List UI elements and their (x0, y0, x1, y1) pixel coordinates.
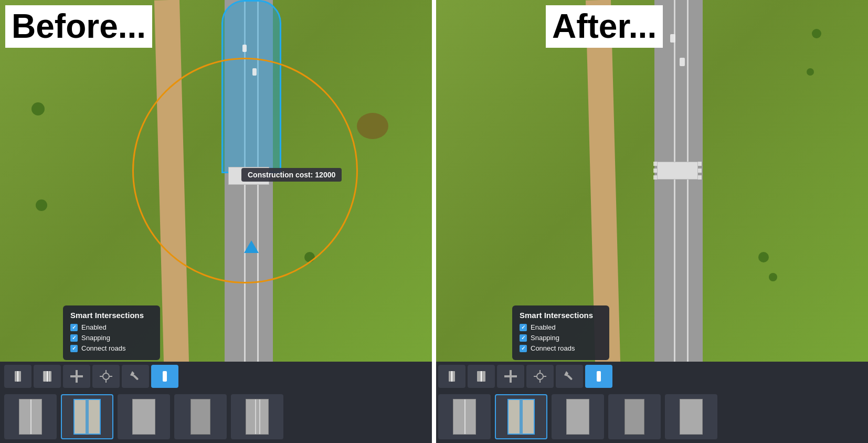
road-card-5[interactable] (231, 394, 283, 439)
toolbar-btn-r4[interactable] (526, 365, 554, 388)
road-card-r4[interactable] (608, 394, 661, 439)
toolbar-btn-options[interactable] (92, 365, 120, 388)
tree-r2 (807, 68, 814, 76)
smart-panel-right-row-snapping[interactable]: Snapping (520, 334, 602, 342)
checkbox-snapping-left[interactable] (70, 334, 78, 342)
smart-intersections-panel-left: Smart Intersections Enabled Snapping Con… (63, 305, 160, 360)
checkbox-connect-right[interactable] (520, 345, 527, 352)
toolbar-bottom-left (0, 362, 434, 443)
road-card-r2[interactable] (495, 394, 547, 439)
svg-rect-4 (45, 371, 45, 382)
car-r1 (670, 34, 675, 43)
panel-right: Smart Intersections Enabled Snapping Con… (434, 0, 868, 443)
toolbar-road-cards-right (434, 391, 868, 443)
toolbar-btn-road2[interactable] (34, 365, 61, 388)
checkbox-enabled-left[interactable] (70, 324, 78, 331)
road-card-r3[interactable] (552, 394, 604, 439)
smart-intersections-panel-right: Smart Intersections Enabled Snapping Con… (512, 305, 609, 360)
road-card-r1[interactable] (438, 394, 491, 439)
road-card-1-img (7, 398, 54, 435)
road-card-4[interactable] (174, 394, 227, 439)
label-before: Before... (5, 5, 152, 48)
toolbar-btn-intersection[interactable] (63, 365, 90, 388)
smart-panel-left-row-connect[interactable]: Connect roads (70, 344, 153, 352)
toolbar-btn-wrench[interactable] (122, 365, 149, 388)
svg-rect-1 (17, 371, 18, 382)
tree-r4 (769, 273, 777, 281)
road-card-3-img (120, 398, 167, 435)
svg-rect-26 (567, 374, 573, 380)
road-card-2-img (63, 398, 111, 435)
road-card-r5[interactable] (665, 394, 717, 439)
road-card-2[interactable] (61, 394, 113, 439)
road-direction-arrow (244, 240, 259, 253)
svg-rect-16 (451, 371, 452, 382)
tree-r3 (758, 252, 769, 262)
road-card-r2-img (497, 398, 545, 435)
smart-panel-right-title: Smart Intersections (520, 311, 602, 320)
smart-panel-right-row-connect[interactable]: Connect roads (520, 344, 602, 352)
road-card-4-img (177, 398, 224, 435)
smart-panel-left-row-enabled[interactable]: Enabled (70, 323, 153, 331)
toolbar-btn-r5[interactable] (556, 365, 583, 388)
construction-cost-tooltip: Construction cost: 12000 (241, 168, 342, 182)
toolbar-btn-r1[interactable] (438, 365, 465, 388)
tree-1 (31, 102, 45, 115)
toolbar-btn-road1[interactable] (4, 365, 31, 388)
dark-patch-1 (357, 113, 388, 139)
panel-divider (434, 0, 436, 443)
svg-rect-3 (47, 371, 48, 382)
road-card-1[interactable] (4, 394, 57, 439)
svg-rect-14 (163, 371, 167, 382)
svg-point-21 (537, 373, 543, 379)
label-connect-left: Connect roads (81, 344, 126, 352)
road-card-r4-img (611, 398, 658, 435)
toolbar-top-row-right (434, 362, 868, 391)
road-card-r3-img (554, 398, 601, 435)
car-r2 (680, 58, 685, 66)
svg-rect-20 (504, 375, 517, 377)
checkbox-enabled-right[interactable] (520, 324, 527, 331)
smart-panel-right-row-enabled[interactable]: Enabled (520, 323, 602, 331)
svg-rect-5 (49, 371, 50, 382)
tree-2 (36, 199, 47, 211)
checkbox-connect-left[interactable] (70, 345, 78, 352)
road-card-5-img (234, 398, 281, 435)
svg-rect-18 (481, 371, 482, 382)
toolbar-btn-active[interactable] (151, 365, 178, 388)
label-snapping-left: Snapping (81, 334, 110, 342)
svg-rect-7 (70, 375, 83, 377)
tree-r1 (812, 29, 821, 38)
toolbar-btn-r3[interactable] (497, 365, 524, 388)
label-after: After... (546, 5, 663, 48)
smart-panel-left-row-snapping[interactable]: Snapping (70, 334, 153, 342)
panel-left: Construction cost: 12000 Smart Intersect… (0, 0, 434, 443)
road-card-3[interactable] (118, 394, 170, 439)
road-connector-right (657, 162, 698, 180)
road-card-r1-img (441, 398, 488, 435)
label-enabled-right: Enabled (531, 323, 556, 331)
smart-panel-left-title: Smart Intersections (70, 311, 153, 320)
label-snapping-right: Snapping (531, 334, 559, 342)
svg-point-8 (103, 373, 109, 379)
toolbar-road-cards-left (0, 391, 434, 443)
toolbar-top-row-left (0, 362, 434, 391)
toolbar-bottom-right (434, 362, 868, 443)
car-1 (242, 45, 247, 52)
road-card-r5-img (668, 398, 715, 435)
toolbar-btn-r6-active[interactable] (585, 365, 612, 388)
svg-rect-13 (133, 374, 139, 380)
label-connect-right: Connect roads (531, 344, 575, 352)
label-enabled-left: Enabled (81, 323, 107, 331)
checkbox-snapping-right[interactable] (520, 334, 527, 342)
svg-rect-27 (597, 371, 601, 382)
toolbar-btn-r2[interactable] (468, 365, 495, 388)
